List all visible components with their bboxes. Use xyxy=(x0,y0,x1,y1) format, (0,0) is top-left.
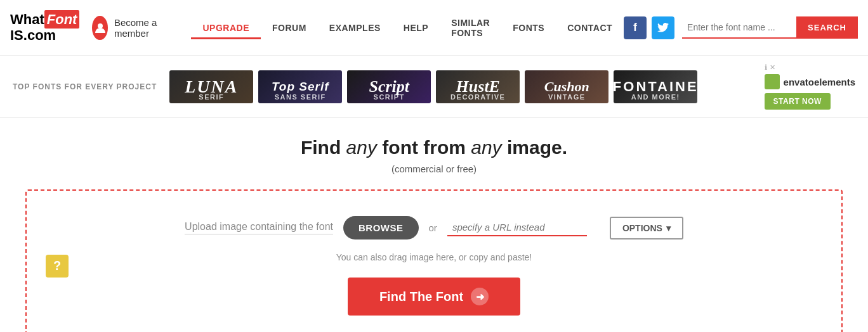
twitter-button[interactable] xyxy=(652,16,674,39)
search-input[interactable] xyxy=(682,17,796,39)
search-area: SEARCH xyxy=(682,16,858,39)
drag-hint: You can also drag image here, or copy an… xyxy=(46,252,822,262)
font-thumb-sans[interactable]: Top Serif SANS SERIF xyxy=(258,70,342,103)
font-thumb-script-label: SCRIPT xyxy=(374,93,405,101)
ad-label: TOP FONTS FOR EVERY PROJECT xyxy=(13,82,157,91)
ad-info-icon: ℹ xyxy=(765,63,767,72)
nav-item-forum[interactable]: FORUM xyxy=(261,16,318,39)
nav-item-fonts[interactable]: FONTS xyxy=(501,16,556,39)
question-mark-icon: ? xyxy=(46,255,69,278)
headline-any2: any xyxy=(471,137,501,158)
font-thumb-sans-text: Top Serif xyxy=(272,80,329,94)
find-btn-label: Find The Font xyxy=(379,290,463,304)
find-btn-arrow-icon: ➜ xyxy=(471,288,489,305)
upload-label: Upload image containing the font xyxy=(185,221,333,234)
browse-button[interactable]: BROWSE xyxy=(343,216,419,239)
logo[interactable]: WhatFontIS.com xyxy=(10,12,79,42)
nav-item-help[interactable]: HELP xyxy=(392,16,440,39)
font-thumb-decorative[interactable]: HustE DECORATIVE xyxy=(436,70,520,103)
facebook-button[interactable]: f xyxy=(624,16,647,39)
envato-icon xyxy=(765,74,780,89)
font-thumb-more[interactable]: FONTAINE AND MORE! xyxy=(614,70,697,103)
upload-row: Upload image containing the font BROWSE … xyxy=(46,216,822,239)
ad-close-icon[interactable]: ✕ xyxy=(770,63,775,72)
main-content: Find any font from any image. (commercia… xyxy=(0,118,868,332)
url-input[interactable] xyxy=(447,219,587,236)
headline-start: Find xyxy=(301,137,346,158)
font-thumb-decorative-label: DECORATIVE xyxy=(450,93,505,101)
main-nav: UPGRADE FORUM EXAMPLES HELP SIMILAR FONT… xyxy=(191,11,624,44)
header: WhatFontIS.com Become a member UPGRADE F… xyxy=(0,0,868,56)
become-member-button[interactable]: Become a member xyxy=(92,16,166,40)
envato-box: ℹ ✕ envatoelements START NOW xyxy=(765,63,855,110)
font-thumb-vintage[interactable]: Cushon VINTAGE xyxy=(525,70,608,103)
font-thumb-sans-label: SANS SERIF xyxy=(275,93,326,101)
svg-point-0 xyxy=(98,23,103,29)
envato-name: envatoelements xyxy=(784,77,855,87)
find-the-font-button[interactable]: Find The Font ➜ xyxy=(348,278,520,316)
start-now-button[interactable]: START NOW xyxy=(765,93,831,110)
headline-end: image. xyxy=(502,137,567,158)
social-icons: f xyxy=(624,16,674,39)
member-icon xyxy=(92,16,107,40)
logo-is: IS.com xyxy=(10,27,56,43)
headline-mid: font from xyxy=(377,137,471,158)
options-button[interactable]: OPTIONS ▾ xyxy=(610,217,683,239)
font-thumb-more-label: AND MORE! xyxy=(631,93,680,101)
envato-logo: envatoelements xyxy=(765,74,855,89)
headline: Find any font from any image. xyxy=(13,137,855,158)
or-text: or xyxy=(429,222,437,233)
nav-item-similar-fonts[interactable]: SIMILAR FONTS xyxy=(440,11,501,44)
member-label: Become a member xyxy=(114,17,166,39)
logo-what: What xyxy=(10,11,44,27)
ad-banner: TOP FONTS FOR EVERY PROJECT LUNA SERIF T… xyxy=(0,56,868,118)
nav-item-upgrade[interactable]: UPGRADE xyxy=(191,16,261,39)
logo-text: WhatFontIS.com xyxy=(10,12,79,42)
logo-font: Font xyxy=(44,10,80,29)
font-thumb-script[interactable]: Script SCRIPT xyxy=(347,70,431,103)
font-thumb-serif[interactable]: LUNA SERIF xyxy=(169,70,253,103)
font-thumb-serif-label: SERIF xyxy=(199,93,224,101)
subtitle: (commercial or free) xyxy=(13,163,855,174)
search-button[interactable]: SEARCH xyxy=(796,16,858,39)
upload-box: ? Upload image containing the font BROWS… xyxy=(25,189,843,332)
nav-item-examples[interactable]: EXAMPLES xyxy=(318,16,392,39)
options-chevron-icon: ▾ xyxy=(666,223,671,233)
nav-item-contact[interactable]: CONTACT xyxy=(556,16,624,39)
font-thumb-vintage-label: VINTAGE xyxy=(548,93,586,101)
options-label: OPTIONS xyxy=(622,223,662,233)
headline-any1: any xyxy=(346,137,377,158)
font-thumbnails: LUNA SERIF Top Serif SANS SERIF Script S… xyxy=(169,70,745,103)
